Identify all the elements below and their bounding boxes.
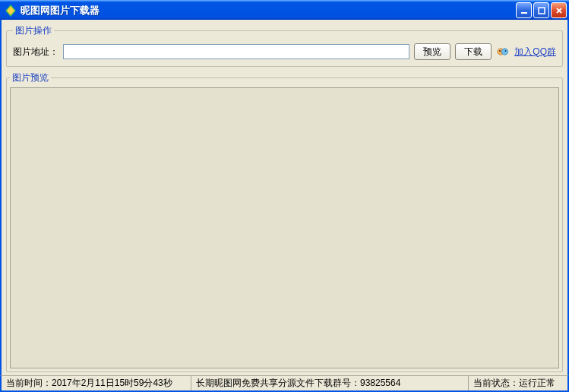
status-share-text: 长期昵图网免费共享分源文件下载群号：93825564: [196, 377, 400, 390]
preview-legend: 图片预览: [10, 71, 51, 84]
status-time: 当前时间：2017年2月11日15时59分43秒: [2, 376, 191, 390]
status-time-label: 当前时间：: [6, 377, 52, 390]
qq-group-icon: [496, 45, 510, 58]
status-share: 长期昵图网免费共享分源文件下载群号：93825564: [191, 376, 469, 390]
url-label: 图片地址：: [13, 46, 58, 58]
status-time-value: 2017年2月11日15时59分43秒: [52, 377, 172, 390]
title-bar: 昵图网图片下载器: [0, 0, 569, 20]
svg-rect-0: [521, 12, 527, 14]
status-state-label: 当前状态：: [473, 377, 519, 390]
status-state: 当前状态：运行正常: [469, 376, 567, 390]
join-qq-link[interactable]: 加入QQ群: [514, 46, 556, 58]
download-button[interactable]: 下载: [455, 43, 492, 60]
close-button[interactable]: [551, 2, 567, 18]
preview-group: 图片预览: [6, 71, 563, 372]
app-icon: [5, 5, 17, 17]
status-bar: 当前时间：2017年2月11日15时59分43秒 长期昵图网免费共享分源文件下载…: [0, 375, 569, 392]
svg-point-3: [502, 49, 508, 55]
preview-area: [10, 87, 559, 368]
preview-button[interactable]: 预览: [414, 43, 450, 60]
operations-group: 图片操作 图片地址： 预览 下载 加入QQ群: [6, 24, 563, 67]
svg-point-4: [499, 50, 501, 52]
svg-point-5: [505, 50, 507, 52]
url-input[interactable]: [63, 44, 409, 59]
operations-legend: 图片操作: [13, 24, 54, 37]
minimize-button[interactable]: [516, 2, 532, 18]
maximize-button[interactable]: [533, 2, 549, 18]
window-title: 昵图网图片下载器: [21, 4, 516, 17]
client-area: 图片操作 图片地址： 预览 下载 加入QQ群 图片预览: [0, 20, 569, 375]
window-controls: [516, 2, 567, 18]
svg-rect-1: [539, 8, 545, 14]
status-state-value: 运行正常: [519, 377, 555, 390]
